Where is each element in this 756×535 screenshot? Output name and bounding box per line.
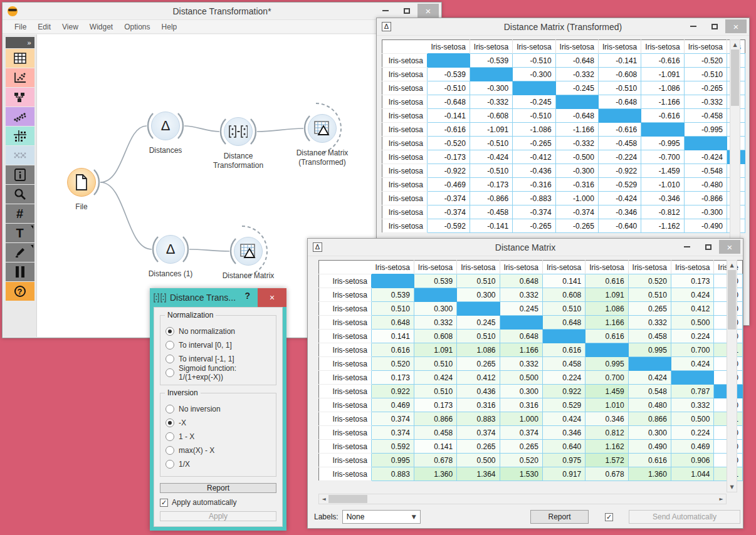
row-header[interactable]: Iris-setosa: [382, 95, 428, 109]
distance-cell[interactable]: -0.648: [555, 109, 598, 123]
column-header[interactable]: Iris-setosa: [598, 40, 641, 54]
row-header[interactable]: Iris-setosa: [319, 316, 372, 330]
distance-cell[interactable]: -0.520: [428, 137, 470, 150]
distance-cell[interactable]: 0.700: [671, 343, 713, 357]
node-distance-transformation[interactable]: [224, 117, 253, 146]
distance-cell[interactable]: -0.424: [598, 192, 641, 205]
apply-button[interactable]: Apply: [160, 511, 276, 521]
distance-cell[interactable]: 0.265: [628, 302, 671, 316]
distance-cell[interactable]: -0.265: [555, 219, 598, 233]
diagonal-cell[interactable]: [414, 288, 456, 302]
distance-cell[interactable]: -0.616: [641, 109, 684, 123]
transformed-titlebar[interactable]: Δ Distance Matrix (Transformed) ×: [377, 18, 749, 36]
distance-cell[interactable]: 1.086: [585, 302, 628, 316]
distance-cell[interactable]: 0.469: [371, 398, 414, 412]
menu-help[interactable]: Help: [156, 21, 183, 33]
distance-cell[interactable]: -0.424: [684, 150, 727, 164]
distance-cell[interactable]: 0.424: [542, 412, 585, 426]
normalization-option[interactable]: No normalization: [165, 325, 271, 338]
distance-cell[interactable]: -0.616: [428, 123, 470, 137]
distance-cell[interactable]: 0.490: [628, 440, 671, 454]
category-unsupervised-button[interactable]: [6, 127, 34, 145]
toolbox-expand-button[interactable]: »: [6, 37, 34, 48]
distance-cell[interactable]: 0.265: [457, 440, 500, 454]
maximize-button[interactable]: [698, 240, 719, 254]
distance-cell[interactable]: -0.458: [684, 109, 727, 123]
row-header[interactable]: Iris-setosa: [319, 302, 372, 316]
distance-cell[interactable]: 0.374: [371, 426, 414, 440]
distance-cell[interactable]: 1.166: [500, 343, 542, 357]
row-header[interactable]: Iris-setosa: [382, 123, 428, 137]
menu-edit[interactable]: Edit: [32, 21, 56, 33]
distance-cell[interactable]: 0.458: [542, 357, 585, 371]
send-automatically-checkbox[interactable]: ✓: [605, 513, 613, 521]
distance-cell[interactable]: -0.480: [684, 178, 727, 192]
distance-cell[interactable]: 0.300: [628, 426, 671, 440]
distance-cell[interactable]: 0.510: [414, 385, 456, 398]
distance-cell[interactable]: 0.975: [542, 454, 585, 467]
distance-cell[interactable]: -0.300: [513, 68, 555, 81]
distance-cell[interactable]: 0.374: [457, 426, 500, 440]
distance-cell[interactable]: -0.510: [428, 81, 470, 95]
distance-cell[interactable]: -1.166: [641, 95, 684, 109]
distance-cell[interactable]: 0.224: [671, 426, 713, 440]
category-data-button[interactable]: [6, 49, 34, 68]
distance-cell[interactable]: -0.245: [555, 81, 598, 95]
normalization-option[interactable]: Sigmoid function: 1/(1+exp(-X)): [165, 366, 271, 380]
distance-cell[interactable]: 0.648: [500, 330, 542, 343]
category-prototypes-button[interactable]: [6, 146, 34, 165]
corner-cell[interactable]: [382, 40, 428, 54]
distance-cell[interactable]: -0.510: [470, 137, 512, 150]
distance-cell[interactable]: 0.458: [414, 426, 456, 440]
maximize-button[interactable]: [704, 19, 725, 33]
distance-cell[interactable]: 0.510: [414, 357, 456, 371]
diagonal-cell[interactable]: [628, 357, 671, 371]
column-header[interactable]: Iris-setosa: [542, 261, 585, 274]
diagonal-cell[interactable]: [684, 137, 727, 150]
minimize-button[interactable]: [683, 19, 704, 33]
diagonal-cell[interactable]: [457, 302, 500, 316]
distance-cell[interactable]: 0.141: [371, 330, 414, 343]
distance-cell[interactable]: 0.500: [671, 412, 713, 426]
scroll-down-button[interactable]: ▼: [727, 482, 737, 492]
distance-cell[interactable]: -0.648: [428, 95, 470, 109]
distance-cell[interactable]: 0.374: [371, 412, 414, 426]
minimize-button[interactable]: [375, 4, 396, 18]
distance-cell[interactable]: 0.332: [500, 288, 542, 302]
distance-cell[interactable]: 0.812: [585, 426, 628, 440]
distance-cell[interactable]: 0.332: [628, 316, 671, 330]
distance-cell[interactable]: -0.510: [513, 54, 555, 68]
normalization-option[interactable]: To interval [0, 1]: [165, 338, 271, 352]
distance-cell[interactable]: 0.922: [371, 385, 414, 398]
column-header[interactable]: Iris-setosa: [585, 261, 628, 274]
column-header[interactable]: Iris-setosa: [641, 40, 684, 54]
row-header[interactable]: Iris-setosa: [382, 109, 428, 123]
distance-cell[interactable]: 0.640: [542, 440, 585, 454]
distance-cell[interactable]: 0.224: [542, 371, 585, 385]
distance-cell[interactable]: 0.866: [628, 412, 671, 426]
diagonal-cell[interactable]: [371, 274, 414, 288]
row-header[interactable]: Iris-setosa: [319, 440, 372, 454]
distance-cell[interactable]: 0.300: [500, 385, 542, 398]
close-button[interactable]: ×: [725, 19, 747, 33]
distance-cell[interactable]: -0.883: [513, 192, 555, 205]
distance-cell[interactable]: 0.787: [671, 385, 713, 398]
distance-cell[interactable]: 0.906: [671, 454, 713, 467]
distance-cell[interactable]: -1.086: [513, 123, 555, 137]
distance-cell[interactable]: 0.265: [457, 357, 500, 371]
distance-cell[interactable]: 0.265: [500, 440, 542, 454]
distance-cell[interactable]: -0.265: [684, 81, 727, 95]
row-header[interactable]: Iris-setosa: [319, 371, 372, 385]
distance-cell[interactable]: 0.424: [671, 288, 713, 302]
row-header[interactable]: Iris-setosa: [382, 137, 428, 150]
scrollbar-thumb[interactable]: [731, 49, 739, 106]
tool-zoom-button[interactable]: [6, 185, 34, 204]
distance-cell[interactable]: 0.616: [542, 343, 585, 357]
column-header[interactable]: Iris-setosa: [671, 261, 713, 274]
tool-pause-button[interactable]: [6, 262, 34, 281]
distance-cell[interactable]: -0.995: [641, 137, 684, 150]
distance-cell[interactable]: 0.173: [414, 398, 456, 412]
distance-cell[interactable]: 0.608: [542, 288, 585, 302]
distance-cell[interactable]: 0.480: [628, 398, 671, 412]
distance-cell[interactable]: -0.458: [470, 205, 512, 219]
